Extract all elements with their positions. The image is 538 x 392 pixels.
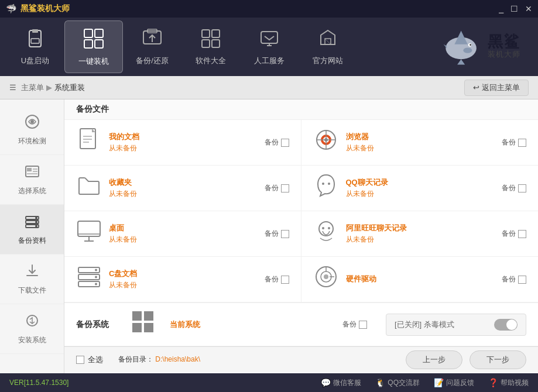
windows-icon [130, 309, 156, 340]
status-qq[interactable]: 🐧 QQ交流群 [375, 378, 420, 388]
svg-point-37 [35, 221, 37, 223]
alibaba-checkbox[interactable] [518, 230, 526, 238]
sidebar-item-install[interactable]: 安装系统 [0, 304, 64, 354]
cdocs-checkbox[interactable] [281, 276, 289, 284]
backup-item-driver: 硬件驱动 备份 [301, 257, 539, 302]
desktop-icon [76, 219, 102, 248]
desktop-info: 桌面 从未备份 [109, 223, 258, 245]
sidebar-label-download: 下载文件 [18, 286, 46, 295]
svg-point-47 [322, 183, 324, 185]
svg-rect-14 [261, 32, 277, 43]
svg-rect-12 [202, 40, 210, 47]
version-label: VER[11.5.47.1530] [9, 379, 68, 387]
mydocs-name: 我的文档 [109, 132, 258, 142]
browser-checkbox[interactable] [518, 139, 526, 147]
desktop-checkbox[interactable] [281, 230, 289, 238]
svg-marker-25 [457, 59, 465, 64]
mydocs-checkbox[interactable] [281, 139, 289, 147]
desktop-backup-label: 备份 [265, 229, 279, 239]
brand-name: 黑鲨 装机大师 [488, 34, 520, 60]
svg-point-38 [35, 225, 37, 228]
nav-item-usb[interactable]: U盘启动 [6, 20, 64, 73]
system-backup-control: 备份 [342, 319, 367, 329]
wechat-icon: 💬 [321, 378, 331, 387]
select-all-checkbox[interactable] [76, 356, 84, 364]
browser-backup-control: 备份 [502, 137, 526, 147]
backup-item-cdocs: C盘文档 从未备份 备份 [64, 257, 301, 302]
cdocs-backup-control: 备份 [265, 274, 289, 284]
title-logo: 🦈 [6, 4, 17, 14]
qq-backup-control: 备份 [502, 183, 526, 193]
usb-icon [25, 28, 46, 52]
backup-items-grid: 我的文档 从未备份 备份 [64, 120, 538, 303]
svg-point-54 [322, 227, 324, 229]
driver-backup-label: 备份 [502, 274, 516, 284]
antivirus-toggle[interactable] [494, 319, 518, 331]
install-icon [24, 312, 40, 333]
next-button[interactable]: 下一步 [470, 350, 526, 369]
menu-icon: ☰ [9, 83, 16, 92]
cdocs-backup-label: 备份 [265, 274, 279, 284]
favorites-checkbox[interactable] [281, 184, 289, 192]
software-icon [200, 28, 221, 52]
alibaba-status: 从未备份 [346, 235, 495, 245]
prev-button[interactable]: 上一步 [406, 350, 462, 369]
backupdata-icon [24, 213, 40, 233]
sidebar-item-download[interactable]: 下载文件 [0, 255, 64, 304]
svg-rect-10 [202, 30, 210, 37]
backup-dir: 备份目录： D:\heisha\bak\ [118, 355, 200, 365]
backup-dir-path[interactable]: D:\heisha\bak\ [155, 355, 200, 363]
folder-icon [76, 174, 102, 202]
backup-icon [142, 28, 163, 52]
driver-checkbox[interactable] [518, 276, 526, 284]
svg-rect-29 [27, 168, 32, 171]
system-checkbox[interactable] [359, 321, 367, 329]
nav-label-website: 官方网站 [313, 56, 343, 66]
sidebar-item-backupdata[interactable]: 备份资料 [0, 205, 64, 255]
select-all-control[interactable]: 全选 [76, 355, 103, 365]
nav-item-onekey[interactable]: 一键装机 [64, 20, 123, 73]
nav-item-service[interactable]: 人工服务 [240, 20, 299, 73]
favorites-name: 收藏夹 [109, 177, 258, 188]
nav-label-service: 人工服务 [254, 56, 285, 66]
qq-checkbox[interactable] [518, 184, 526, 192]
status-feedback[interactable]: 📝 问题反馈 [434, 378, 474, 388]
minimize-button[interactable]: ⎯ [499, 4, 503, 13]
maximize-button[interactable]: ☐ [510, 4, 518, 13]
svg-point-59 [95, 269, 97, 271]
svg-marker-20 [454, 30, 468, 44]
app-title: 黑鲨装机大师 [20, 4, 70, 14]
svg-point-64 [324, 274, 328, 279]
content-area: 备份文件 我的文档 从未备份 [64, 99, 538, 373]
feedback-icon: 📝 [434, 378, 444, 387]
nav-item-software[interactable]: 软件大全 [181, 20, 240, 73]
status-help[interactable]: ❓ 帮助视频 [488, 378, 529, 388]
backup-item-mydocs: 我的文档 从未备份 备份 [64, 120, 301, 166]
nav-item-website[interactable]: 官方网站 [299, 20, 357, 73]
alibaba-backup-control: 备份 [502, 229, 526, 239]
svg-rect-2 [31, 39, 39, 43]
breadcrumb-current: 系统重装 [54, 82, 85, 93]
nav-item-backup[interactable]: 备份/还原 [123, 20, 181, 73]
svg-point-36 [35, 217, 37, 219]
back-button[interactable]: ↩ 返回主菜单 [464, 80, 529, 96]
title-bar-left: 🦈 黑鲨装机大师 [6, 4, 70, 14]
website-icon [317, 28, 338, 52]
sidebar-item-select[interactable]: 选择系统 [0, 155, 64, 205]
status-wechat[interactable]: 💬 微信客服 [321, 378, 361, 388]
close-button[interactable]: ✕ [525, 4, 532, 13]
sidebar-label-backupdata: 备份资料 [18, 236, 46, 246]
env-icon [24, 114, 40, 134]
doc-icon [76, 127, 102, 158]
desktop-status: 从未备份 [109, 235, 258, 245]
svg-point-48 [328, 183, 330, 185]
feedback-label: 问题反馈 [446, 378, 474, 388]
breadcrumb-home[interactable]: 主菜单 [21, 82, 44, 93]
qq-backup-label: 备份 [502, 183, 516, 193]
toggle-knob [506, 319, 517, 330]
svg-rect-4 [95, 29, 103, 37]
bottom-bar: 全选 备份目录： D:\heisha\bak\ 上一步 下一步 [64, 346, 538, 372]
sidebar-item-env[interactable]: 环境检测 [0, 105, 64, 155]
mydocs-info: 我的文档 从未备份 [109, 132, 258, 153]
alibaba-name: 阿里旺旺聊天记录 [346, 223, 495, 233]
